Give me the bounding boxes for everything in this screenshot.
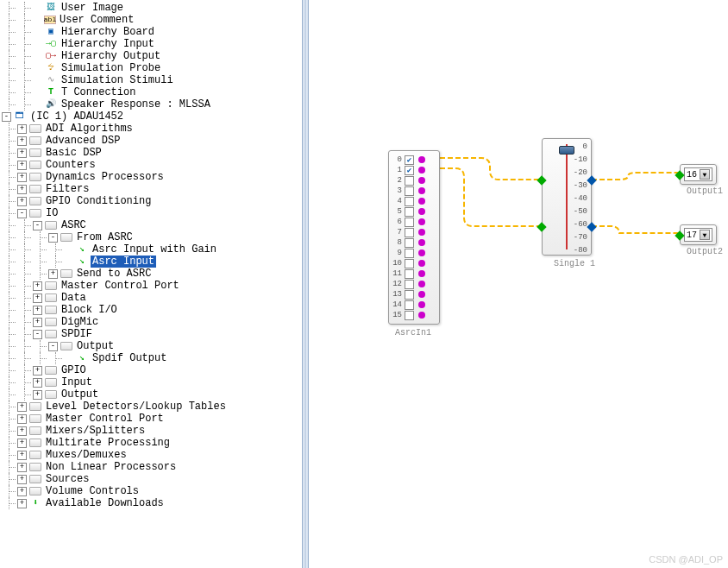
channel-port[interactable] — [418, 156, 425, 163]
expander-icon[interactable]: + — [48, 269, 58, 279]
tree-item[interactable]: +GPIO Conditioning — [2, 195, 302, 207]
expander-icon[interactable]: - — [17, 209, 27, 218]
block-output2[interactable]: 17 ▼ — [680, 224, 717, 245]
tree-item[interactable]: +Data — [2, 292, 302, 304]
tree-item[interactable]: +GPIO — [2, 364, 302, 376]
expander-icon[interactable]: + — [17, 475, 27, 484]
tree-item[interactable]: +Mixers/Splitters — [2, 425, 302, 437]
channel-port[interactable] — [418, 229, 425, 236]
tree-item[interactable]: +Master Control Port — [2, 413, 302, 425]
tree-item[interactable]: +Muxes/Demuxes — [2, 449, 302, 461]
channel-port[interactable] — [418, 198, 425, 205]
expander-icon[interactable]: + — [17, 463, 27, 472]
channel-port[interactable] — [418, 167, 425, 174]
expander-icon[interactable]: + — [33, 281, 42, 291]
channel-port[interactable] — [418, 218, 425, 225]
expander-icon[interactable]: - — [48, 342, 58, 351]
expander-icon[interactable]: + — [17, 173, 27, 182]
tree-item[interactable]: →▢Hierarchy Input — [2, 38, 302, 50]
tree-item[interactable]: +Non Linear Processors — [2, 461, 302, 473]
tree-asrc[interactable]: -ASRC — [2, 219, 302, 231]
channel-port[interactable] — [418, 312, 425, 319]
tree-item[interactable]: ⭍Simulation Probe — [2, 62, 302, 74]
tree-item[interactable]: +Multirate Processing — [2, 437, 302, 449]
tree-item[interactable]: +Basic DSP — [2, 147, 302, 159]
channel-checkbox[interactable] — [405, 197, 414, 206]
output1-in[interactable] — [675, 170, 684, 180]
expander-icon[interactable]: - — [33, 221, 42, 230]
tree-item[interactable]: +ADI Algorithms — [2, 123, 302, 135]
expander-icon[interactable]: - — [2, 112, 11, 122]
tree-send-asrc[interactable]: +Send to ASRC — [2, 268, 302, 280]
expander-icon[interactable]: + — [17, 499, 27, 508]
tree-item[interactable]: +Volume Controls — [2, 485, 302, 497]
channel-checkbox[interactable] — [405, 311, 414, 320]
channel-port[interactable] — [418, 291, 425, 298]
expander-icon[interactable]: + — [17, 402, 27, 412]
tree-item[interactable]: 🖼User Image — [2, 2, 302, 14]
tree-item[interactable]: +Dynamics Processors — [2, 171, 302, 183]
single-in-2[interactable] — [537, 222, 546, 231]
expander-icon[interactable]: - — [48, 233, 58, 243]
single-out-2[interactable] — [587, 222, 596, 231]
channel-port[interactable] — [418, 260, 425, 267]
tree-chip[interactable]: -🗔(IC 1) ADAU1452 — [2, 110, 302, 123]
tree-io[interactable]: -IO — [2, 207, 302, 219]
channel-port[interactable] — [418, 281, 425, 287]
tree-item[interactable]: +⬇Available Downloads — [2, 497, 302, 509]
expander-icon[interactable]: + — [33, 293, 42, 303]
single-out-1[interactable] — [587, 175, 596, 185]
expander-icon[interactable]: + — [17, 451, 27, 460]
panel-divider[interactable] — [302, 0, 309, 568]
channel-checkbox[interactable] — [405, 228, 414, 237]
channel-port[interactable] — [418, 177, 425, 184]
expander-icon[interactable]: + — [17, 136, 27, 146]
expander-icon[interactable]: + — [17, 426, 27, 436]
tree-spdif-output[interactable]: ↘Spdif Output — [2, 352, 302, 364]
channel-port[interactable] — [418, 301, 425, 308]
single-in-1[interactable] — [537, 175, 546, 185]
channel-checkbox[interactable] — [405, 290, 414, 300]
tree-asrc-gain[interactable]: ↘Asrc Input with Gain — [2, 243, 302, 256]
tree-item[interactable]: +Counters — [2, 159, 302, 171]
output2-select[interactable]: 17 ▼ — [684, 228, 712, 242]
channel-checkbox[interactable] — [405, 176, 414, 186]
tree-item[interactable]: +Block I/O — [2, 304, 302, 316]
channel-checkbox[interactable] — [405, 280, 414, 289]
channel-checkbox[interactable] — [405, 259, 414, 268]
expander-icon[interactable]: + — [17, 197, 27, 206]
expander-icon[interactable]: + — [33, 378, 42, 388]
channel-checkbox[interactable]: ✔ — [405, 166, 414, 175]
tree-item[interactable]: ablUser Comment — [2, 14, 302, 26]
tree-item[interactable]: +Output — [2, 388, 302, 401]
tree-spdif-out[interactable]: -Output — [2, 340, 302, 352]
tree-spdif[interactable]: -SPDIF — [2, 328, 302, 340]
channel-checkbox[interactable] — [405, 238, 414, 248]
tree-item[interactable]: +Input — [2, 376, 302, 388]
expander-icon[interactable]: + — [17, 185, 27, 194]
tree-item[interactable]: +DigMic — [2, 316, 302, 328]
channel-checkbox[interactable] — [405, 186, 414, 196]
expander-icon[interactable]: + — [33, 366, 42, 376]
output1-select[interactable]: 16 ▼ — [684, 167, 712, 181]
channel-port[interactable] — [418, 208, 425, 215]
expander-icon[interactable]: + — [17, 487, 27, 496]
expander-icon[interactable]: + — [17, 148, 27, 158]
expander-icon[interactable]: + — [17, 439, 27, 448]
output2-in[interactable] — [675, 230, 684, 240]
channel-checkbox[interactable]: ✔ — [405, 155, 414, 165]
channel-port[interactable] — [418, 187, 425, 194]
channel-port[interactable] — [418, 270, 425, 277]
tree-item[interactable]: +Filters — [2, 183, 302, 195]
channel-checkbox[interactable] — [405, 269, 414, 279]
slider-knob[interactable] — [559, 146, 574, 155]
block-single[interactable]: 0-10-20-30-40-50-60-70-80 — [542, 138, 592, 256]
tree-item[interactable]: 🔊Speaker Response : MLSSA — [2, 98, 302, 110]
expander-icon[interactable]: + — [17, 124, 27, 134]
channel-checkbox[interactable] — [405, 249, 414, 258]
tree-from-asrc[interactable]: -From ASRC — [2, 231, 302, 243]
channel-port[interactable] — [418, 239, 425, 246]
tree-item[interactable]: +Sources — [2, 473, 302, 485]
tree-item[interactable]: +Advanced DSP — [2, 135, 302, 147]
expander-icon[interactable]: + — [33, 318, 42, 327]
